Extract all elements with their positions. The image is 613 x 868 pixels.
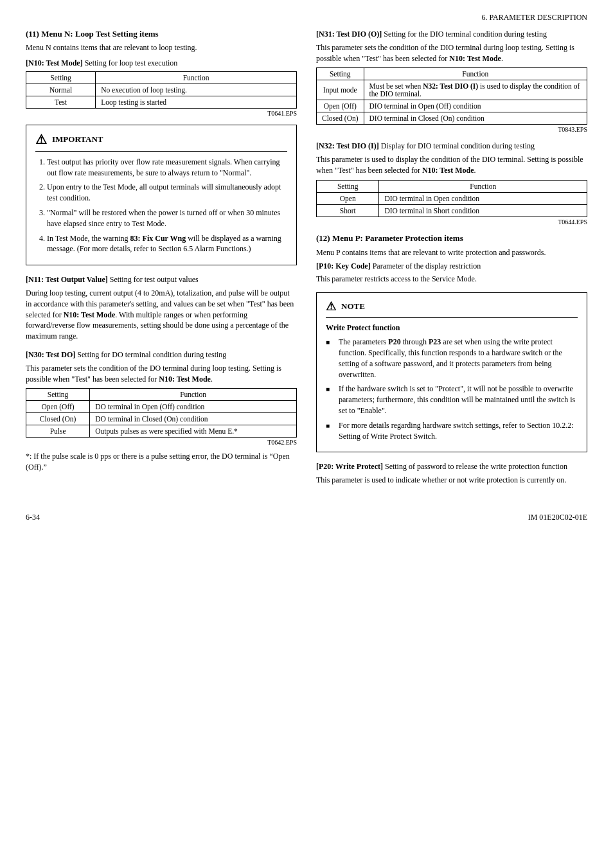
n10-label-suffix: Setting for loop test execution: [83, 58, 178, 67]
important-item-2: Upon entry to the Test Mode, all output …: [47, 182, 287, 204]
n10-row2-function: Loop testing is started: [96, 96, 297, 108]
important-title: IMPORTANT: [52, 134, 103, 145]
n31-label: [N31: Test DIO (O)]: [316, 30, 382, 39]
p20-block: [P20: Write Protect] Setting of password…: [316, 461, 587, 486]
right-column: [N31: Test DIO (O)] Setting for the DIO …: [316, 29, 587, 493]
n32-label: [N32: Test DIO (I)]: [316, 141, 379, 150]
n30-label-suffix: Setting for DO terminal condition during…: [75, 350, 226, 359]
important-list: Test output has priority over flow rate …: [35, 157, 287, 254]
n32-table-ref: T0644.EPS: [316, 218, 587, 226]
n30-body: This parameter sets the condition of the…: [26, 363, 297, 385]
n31-table-ref: T0843.EPS: [316, 126, 587, 133]
p10-label-suffix: Parameter of the display restriction: [371, 261, 481, 270]
n31-col-function: Function: [364, 68, 587, 80]
note-icon: ⚠: [326, 299, 336, 314]
footer-right: IM 01E20C02-01E: [528, 513, 587, 522]
table-row: Normal No execution of loop testing.: [26, 84, 297, 96]
note-header: ⚠ NOTE: [326, 299, 578, 318]
header-text: 6. PARAMETER DESCRIPTION: [481, 13, 587, 22]
important-item-4: In Test Mode, the warning 83: Fix Cur Wn…: [47, 233, 287, 255]
n10-col-setting: Setting: [26, 71, 96, 84]
n30-footnote: *: If the pulse scale is 0 pps or there …: [26, 451, 297, 473]
n10-block: [N10: Test Mode] Setting for loop test e…: [26, 58, 297, 117]
note-list: The parameters P20 through P23 are set w…: [326, 337, 578, 441]
n31-row2-function: DIO terminal in Open (Off) condition: [364, 100, 587, 112]
section-title-12: (12) Menu P: Parameter Protection items: [316, 233, 587, 244]
n30-row2-function: DO terminal in Closed (On) condition: [90, 413, 297, 425]
n10-table: Setting Function Normal No execution of …: [26, 71, 297, 109]
n30-table: Setting Function Open (Off) DO terminal …: [26, 388, 297, 438]
n32-col-function: Function: [379, 180, 587, 192]
n30-row3-setting: Pulse: [26, 425, 90, 438]
important-item-3: "Normal" will be restored when the power…: [47, 208, 287, 229]
important-box: ⚠ IMPORTANT Test output has priority ove…: [26, 125, 297, 265]
n11-block: [N11: Test Output Value] Setting for tes…: [26, 274, 297, 342]
n32-row1-setting: Open: [317, 192, 379, 204]
note-item-1: The parameters P20 through P23 are set w…: [326, 337, 578, 380]
n32-row2-function: DIO terminal in Short condition: [379, 204, 587, 217]
p20-label-suffix: Setting of password to release the write…: [383, 462, 567, 471]
footer-left: 6-34: [26, 513, 40, 522]
p20-body: This parameter is used to indicate wheth…: [316, 475, 587, 486]
n30-col-function: Function: [90, 389, 297, 401]
n10-row2-setting: Test: [26, 96, 96, 108]
n10-table-ref: T0641.EPS: [26, 110, 297, 117]
important-header: ⚠ IMPORTANT: [35, 132, 287, 152]
n30-col-setting: Setting: [26, 389, 90, 401]
note-item-2: If the hardware switch is set to "Protec…: [326, 384, 578, 416]
n31-table: Setting Function Input mode Must be set …: [316, 67, 587, 125]
table-row: Short DIO terminal in Short condition: [317, 204, 587, 217]
n30-label: [N30: Test DO]: [26, 350, 75, 359]
left-column: (11) Menu N: Loop Test Setting items Men…: [26, 29, 297, 493]
n31-row3-function: DIO terminal in Closed (On) condition: [364, 112, 587, 125]
note-subtitle: Write Protect function: [326, 323, 578, 333]
n32-label-suffix: Display for DIO terminal condition durin…: [379, 141, 535, 150]
table-row: Open (Off) DIO terminal in Open (Off) co…: [317, 100, 587, 112]
note-item-3: For more details regarding hardware swit…: [326, 420, 578, 442]
n30-block: [N30: Test DO] Setting for DO terminal c…: [26, 350, 297, 473]
n32-row2-setting: Short: [317, 204, 379, 217]
n32-col-setting: Setting: [317, 180, 379, 192]
table-row: Closed (On) DO terminal in Closed (On) c…: [26, 413, 297, 425]
p20-label: [P20: Write Protect]: [316, 462, 383, 471]
menu-p-intro: Menu P contains items that are relevant …: [316, 247, 587, 258]
note-box: ⚠ NOTE Write Protect function The parame…: [316, 292, 587, 452]
menu-p-section: (12) Menu P: Parameter Protection items …: [316, 233, 587, 285]
n10-row1-setting: Normal: [26, 84, 96, 96]
n31-row1-function: Must be set when N32: Test DIO (I) is us…: [364, 80, 587, 100]
n11-label: [N11: Test Output Value]: [26, 275, 108, 284]
page-footer: 6-34 IM 01E20C02-01E: [26, 513, 587, 522]
p10-label: [P10: Key Code]: [316, 261, 371, 270]
n11-label-suffix: Setting for test output values: [108, 275, 199, 284]
p10-block: [P10: Key Code] Parameter of the display…: [316, 261, 587, 285]
table-row: Open DIO terminal in Open condition: [317, 192, 587, 204]
n32-table: Setting Function Open DIO terminal in Op…: [316, 180, 587, 217]
n11-body: During loop testing, current output (4 t…: [26, 288, 297, 342]
n30-row2-setting: Closed (On): [26, 413, 90, 425]
n10-label: [N10: Test Mode]: [26, 58, 83, 67]
n10-col-function: Function: [96, 71, 297, 84]
n31-col-setting: Setting: [317, 68, 364, 80]
section-title-11: (11) Menu N: Loop Test Setting items: [26, 29, 297, 39]
n30-row1-setting: Open (Off): [26, 401, 90, 413]
n10-row1-function: No execution of loop testing.: [96, 84, 297, 96]
table-row: Open (Off) DO terminal in Open (Off) con…: [26, 401, 297, 413]
n31-row3-setting: Closed (On): [317, 112, 364, 125]
n31-row2-setting: Open (Off): [317, 100, 364, 112]
n30-row3-function: Outputs pulses as were specified with Me…: [90, 425, 297, 438]
n32-block: [N32: Test DIO (I)] Display for DIO term…: [316, 141, 587, 225]
n31-label-suffix: Setting for the DIO terminal condition d…: [382, 30, 547, 39]
page-header: 6. PARAMETER DESCRIPTION: [26, 13, 587, 22]
n32-body: This parameter is used to display the co…: [316, 154, 587, 176]
important-item-1: Test output has priority over flow rate …: [47, 157, 287, 179]
note-title: NOTE: [341, 301, 365, 312]
table-row: Test Loop testing is started: [26, 96, 297, 108]
n30-table-ref: T0642.EPS: [26, 439, 297, 446]
n31-body: This parameter sets the condition of the…: [316, 42, 587, 64]
table-row: Closed (On) DIO terminal in Closed (On) …: [317, 112, 587, 125]
n30-row1-function: DO terminal in Open (Off) condition: [90, 401, 297, 413]
warning-icon: ⚠: [35, 132, 47, 147]
n31-block: [N31: Test DIO (O)] Setting for the DIO …: [316, 29, 587, 133]
n31-row1-setting: Input mode: [317, 80, 364, 100]
n32-row1-function: DIO terminal in Open condition: [379, 192, 587, 204]
